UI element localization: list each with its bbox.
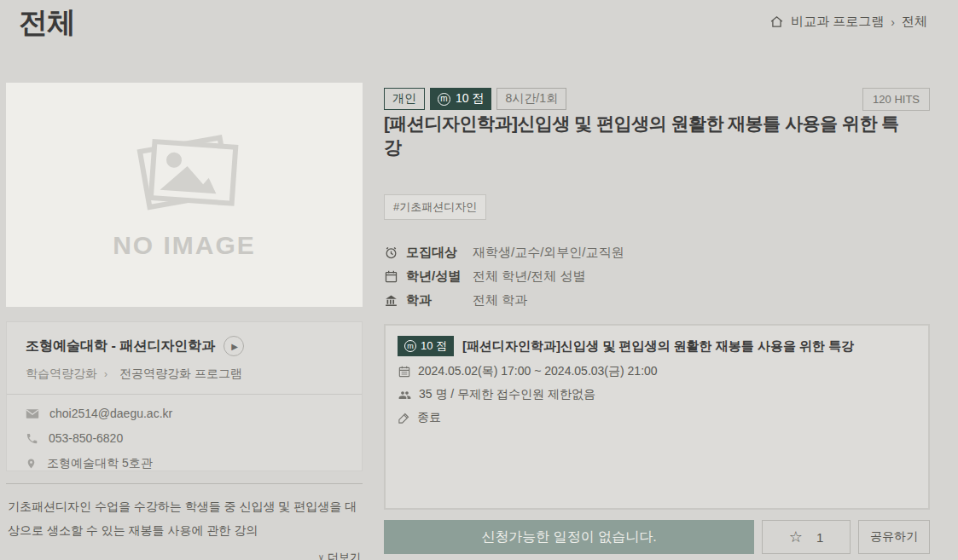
contact-location-row: 조형예술대학 5호관 bbox=[26, 456, 343, 471]
contact-phone-row: 053-850-6820 bbox=[26, 431, 343, 445]
detail-row-department: 학과 전체 학과 bbox=[384, 292, 930, 309]
program-details: 모집대상 재학생/교수/외부인/교직원 학년/성별 전체 학년/전체 성별 학과… bbox=[384, 245, 930, 309]
detail-row-grade-gender: 학년/성별 전체 학년/전체 성별 bbox=[384, 268, 930, 285]
badge-points-label: 10 점 bbox=[456, 91, 484, 107]
mileage-icon: m bbox=[438, 93, 450, 106]
chevron-down-icon: ∨ bbox=[318, 546, 324, 560]
schedule-title: [패션디자인학과]신입생 및 편입생의 원활한 재봉틀 사용을 위한 특강 bbox=[462, 338, 854, 355]
mileage-icon: m bbox=[404, 340, 416, 352]
bank-icon bbox=[384, 293, 398, 308]
star-icon: ☆ bbox=[789, 528, 803, 546]
page-title: 전체 bbox=[19, 3, 75, 43]
schedule-status-row: 종료 bbox=[398, 410, 916, 425]
schedule-card[interactable]: m 10 점 [패션디자인학과]신입생 및 편입생의 원활한 재봉틀 사용을 위… bbox=[384, 324, 930, 510]
hits-badge: 120 HITS bbox=[862, 88, 930, 111]
show-more-button[interactable]: ∨ 더보기 bbox=[8, 546, 361, 560]
detail-label-department: 학과 bbox=[406, 292, 432, 309]
email-icon bbox=[26, 408, 39, 419]
breadcrumb-item-program[interactable]: 비교과 프로그램 bbox=[791, 14, 884, 30]
badge-duration: 8시간/1회 bbox=[496, 88, 566, 110]
calendar-icon bbox=[398, 365, 411, 378]
action-bar: 신청가능한 일정이 없습니다. ☆ 1 공유하기 bbox=[384, 520, 930, 554]
contact-phone[interactable]: 053-850-6820 bbox=[49, 431, 123, 445]
apply-disabled-button: 신청가능한 일정이 없습니다. bbox=[384, 520, 754, 554]
no-image-icon bbox=[129, 130, 240, 219]
detail-value-grade-gender: 전체 학년/전체 성별 bbox=[473, 268, 586, 285]
contact-email-row: choi2514@daegu.ac.kr bbox=[26, 407, 343, 420]
organizer-name: 조형예술대학 - 패션디자인학과 bbox=[26, 338, 215, 355]
organizer-card: 조형예술대학 - 패션디자인학과 ▶ 학습역량강화 › 전공역량강화 프로그램 … bbox=[6, 321, 363, 471]
schedule-capacity: 35 명 / 무제한 접수인원 제한없음 bbox=[419, 387, 595, 402]
breadcrumb: 비교과 프로그램 › 전체 bbox=[769, 14, 927, 30]
home-icon[interactable] bbox=[769, 14, 784, 29]
schedule-points-label: 10 점 bbox=[421, 338, 447, 354]
phone-icon bbox=[26, 432, 38, 445]
tag-chip[interactable]: #기초패션디자인 bbox=[384, 194, 486, 220]
breadcrumb-separator: › bbox=[891, 15, 895, 29]
category-separator-icon: › bbox=[104, 368, 107, 380]
badge-points: m 10 점 bbox=[430, 88, 491, 110]
program-title: [패션디자인학과]신입생 및 편입생의 원활한 재봉틀 사용을 위한 특강 bbox=[384, 112, 913, 159]
people-icon bbox=[398, 389, 412, 401]
pen-icon bbox=[398, 412, 410, 424]
no-image-label: NO IMAGE bbox=[113, 231, 256, 260]
schedule-date-row: 2024.05.02(목) 17:00 ~ 2024.05.03(금) 21:0… bbox=[398, 364, 916, 379]
breadcrumb-item-current: 전체 bbox=[902, 14, 927, 30]
show-more-label: 더보기 bbox=[328, 546, 361, 560]
contact-email[interactable]: choi2514@daegu.ac.kr bbox=[49, 407, 172, 420]
badge-row: 개인 m 10 점 8시간/1회 120 HITS bbox=[384, 88, 930, 110]
location-icon bbox=[26, 457, 37, 471]
program-description: 기초패션디자인 수업을 수강하는 학생들 중 신입생 및 편입생을 대상으로 생… bbox=[6, 483, 363, 560]
play-button[interactable]: ▶ bbox=[224, 336, 244, 356]
detail-value-target: 재학생/교수/외부인/교직원 bbox=[473, 245, 624, 261]
detail-label-grade-gender: 학년/성별 bbox=[406, 268, 461, 285]
schedule-status: 종료 bbox=[417, 410, 441, 425]
favorite-count: 1 bbox=[816, 530, 823, 545]
clock-icon bbox=[384, 245, 398, 260]
schedule-capacity-row: 35 명 / 무제한 접수인원 제한없음 bbox=[398, 387, 916, 402]
contact-location: 조형예술대학 5호관 bbox=[47, 456, 153, 471]
category-parent[interactable]: 학습역량강화 bbox=[26, 367, 97, 382]
calendar-icon bbox=[384, 269, 398, 284]
detail-label-target: 모집대상 bbox=[406, 245, 457, 261]
favorite-button[interactable]: ☆ 1 bbox=[762, 520, 851, 554]
description-text: 기초패션디자인 수업을 수강하는 학생들 중 신입생 및 편입생을 대상으로 생… bbox=[8, 494, 361, 542]
category-child[interactable]: 전공역량강화 프로그램 bbox=[119, 367, 242, 382]
badge-type: 개인 bbox=[384, 88, 425, 110]
schedule-points-badge: m 10 점 bbox=[398, 336, 454, 356]
schedule-date: 2024.05.02(목) 17:00 ~ 2024.05.03(금) 21:0… bbox=[418, 364, 658, 379]
detail-value-department: 전체 학과 bbox=[473, 292, 527, 309]
share-button[interactable]: 공유하기 bbox=[858, 520, 930, 554]
program-image-placeholder: NO IMAGE bbox=[6, 83, 363, 307]
detail-row-target: 모집대상 재학생/교수/외부인/교직원 bbox=[384, 245, 930, 261]
